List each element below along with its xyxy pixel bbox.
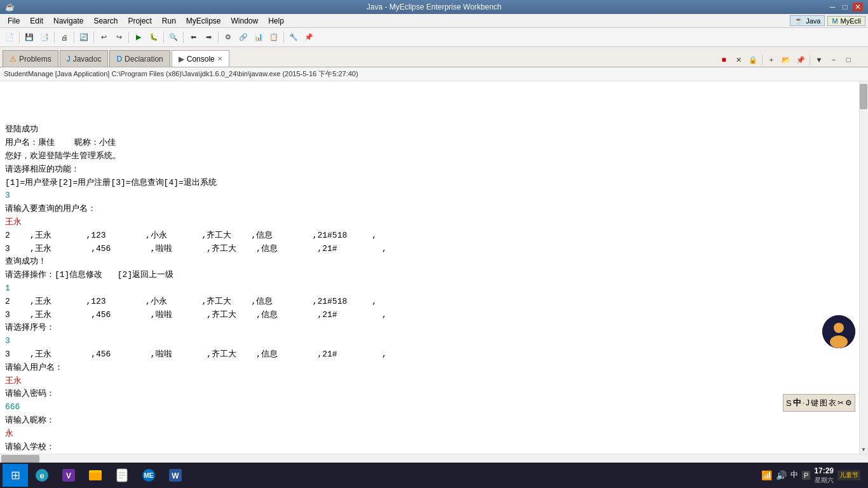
title-bar-controls: ─ □ ✕ <box>827 3 863 11</box>
tb-extra6[interactable]: 📌 <box>302 30 316 44</box>
menu-search[interactable]: Search <box>88 15 123 27</box>
console-clear-button[interactable]: ✕ <box>731 53 745 67</box>
tb-extra5[interactable]: 🔧 <box>287 30 301 44</box>
ime-key[interactable]: 键 <box>811 398 818 409</box>
console-scroll-lock[interactable]: 🔒 <box>746 53 760 67</box>
lang-indicator[interactable]: P <box>802 471 810 480</box>
taskbar-notepad[interactable] <box>109 464 135 487</box>
tab-console[interactable]: ▶ Console ✕ <box>172 50 229 67</box>
vertical-scrollbar[interactable]: ▲ ▼ <box>859 81 868 454</box>
search-button[interactable]: 🔍 <box>166 30 180 44</box>
ime-settings[interactable]: ⚙ <box>845 398 852 407</box>
perspective-myecli[interactable]: M MyEcli <box>827 16 865 26</box>
console-line: 请输入用户名： <box>5 362 855 375</box>
ime-zh[interactable]: S <box>786 398 792 408</box>
menu-myeclipse[interactable]: MyEclipse <box>181 15 226 27</box>
console-open[interactable]: 📂 <box>779 53 793 67</box>
tb-extra1[interactable]: ⚙ <box>221 30 235 44</box>
system-clock[interactable]: 17:29 星期六 <box>814 466 834 485</box>
ime-indicator[interactable]: 中 <box>790 470 798 480</box>
ime-dot[interactable]: · <box>803 398 804 407</box>
tb-extra4[interactable]: 📋 <box>267 30 281 44</box>
next-button[interactable]: ⬅ <box>186 30 200 44</box>
separator <box>74 32 74 43</box>
redo-button[interactable]: ↪ <box>112 30 126 44</box>
new-button[interactable]: 📄 <box>3 30 17 44</box>
undo-button[interactable]: ↩ <box>97 30 111 44</box>
ime-pic[interactable]: 图 <box>820 398 827 409</box>
taskbar-word[interactable]: W <box>163 464 188 487</box>
menu-edit[interactable]: Edit <box>25 15 48 27</box>
view-menu[interactable]: ▼ <box>812 53 826 67</box>
minimize-view[interactable]: − <box>827 53 841 67</box>
start-button[interactable]: ⊞ <box>3 464 28 487</box>
java-label: Java <box>806 17 820 25</box>
svg-text:V: V <box>66 471 71 480</box>
horiz-scroll-thumb[interactable] <box>1 455 39 463</box>
wifi-icon: 📶 <box>761 470 772 480</box>
console-line: 您好，欢迎登陆学生管理系统。 <box>5 150 855 163</box>
tab-problems[interactable]: ⚠ Problems <box>3 50 58 67</box>
svg-text:W: W <box>172 471 179 480</box>
java-icon: ☕ <box>794 17 803 25</box>
ime-cloth[interactable]: 衣 <box>829 398 836 409</box>
horizontal-scrollbar[interactable] <box>0 454 868 463</box>
menu-file[interactable]: File <box>3 15 25 27</box>
console-line: 请选择相应的功能： <box>5 163 855 177</box>
maximize-view[interactable]: □ <box>841 53 855 67</box>
console-line: 2 ,王永 ,123 ,小永 ,齐工大 ,信息 ,21#518 , <box>5 229 855 243</box>
taskbar-files[interactable] <box>83 464 108 487</box>
separator <box>54 32 55 43</box>
window-title: Java - MyEclipse Enterprise Workbench <box>367 3 502 11</box>
console-line: 请输入要查询的用户名： <box>5 203 855 216</box>
scroll-thumb[interactable] <box>860 84 867 109</box>
save-button[interactable]: 💾 <box>22 30 36 44</box>
taskbar-ie[interactable]: e <box>29 464 55 487</box>
separator <box>810 54 810 65</box>
console-line: 用户名：康佳 昵称：小佳 <box>5 137 855 150</box>
perspective-java[interactable]: ☕ Java <box>790 15 825 26</box>
prev-button[interactable]: ➡ <box>201 30 215 44</box>
taskbar-festival: 儿童节 <box>837 470 860 480</box>
refresh-button[interactable]: 🔄 <box>77 30 91 44</box>
taskbar-myeclipse[interactable]: ME <box>136 464 161 487</box>
print-button[interactable]: 🖨 <box>57 30 71 44</box>
menu-project[interactable]: Project <box>123 15 156 27</box>
svg-text:e: e <box>39 471 44 480</box>
close-button[interactable]: ✕ <box>853 3 863 11</box>
ime-scissors[interactable]: ✂ <box>837 398 844 407</box>
console-content-wrapper: 登陆成功用户名：康佳 昵称：小佳您好，欢迎登陆学生管理系统。请选择相应的功能：[… <box>0 81 868 454</box>
console-new[interactable]: + <box>764 53 778 67</box>
console-line: 王永 <box>5 216 855 229</box>
tb-extra3[interactable]: 📊 <box>252 30 266 44</box>
separator <box>183 32 184 43</box>
taskbar-right: 📶 🔊 中 P 17:29 星期六 儿童节 <box>761 466 865 485</box>
separator <box>283 32 284 43</box>
menu-window[interactable]: Window <box>226 15 264 27</box>
tab-javadoc[interactable]: J Javadoc <box>60 50 109 67</box>
run-button[interactable]: ▶ <box>132 30 146 44</box>
ime-j[interactable]: J <box>806 398 810 407</box>
console-pin[interactable]: 📌 <box>794 53 808 67</box>
save-all-button[interactable]: 📑 <box>37 30 51 44</box>
tab-console-label: Console <box>187 55 215 64</box>
separator <box>218 32 219 43</box>
menu-navigate[interactable]: Navigate <box>48 15 88 27</box>
menu-run[interactable]: Run <box>157 15 181 27</box>
console-close-button[interactable]: ✕ <box>217 55 222 62</box>
console-line: 2 ,王永 ,123 ,小永 ,齐工大 ,信息 ,21#518 , <box>5 295 855 309</box>
scroll-down-arrow[interactable]: ▼ <box>859 445 868 454</box>
taskbar-vs[interactable]: V <box>56 464 81 487</box>
tab-declaration[interactable]: D Declaration <box>109 50 170 67</box>
svg-point-2 <box>830 336 848 348</box>
debug-button[interactable]: 🐛 <box>147 30 161 44</box>
menu-help[interactable]: Help <box>263 15 289 27</box>
minimize-button[interactable]: ─ <box>827 3 837 11</box>
tb-extra2[interactable]: 🔗 <box>236 30 250 44</box>
svg-text:ME: ME <box>144 472 154 479</box>
stop-button[interactable]: ■ <box>717 53 731 67</box>
svg-point-1 <box>834 323 844 333</box>
maximize-button[interactable]: □ <box>840 3 850 11</box>
separator <box>762 54 763 65</box>
tab-area: ⚠ Problems J Javadoc D Declaration ▶ Con… <box>0 47 868 67</box>
